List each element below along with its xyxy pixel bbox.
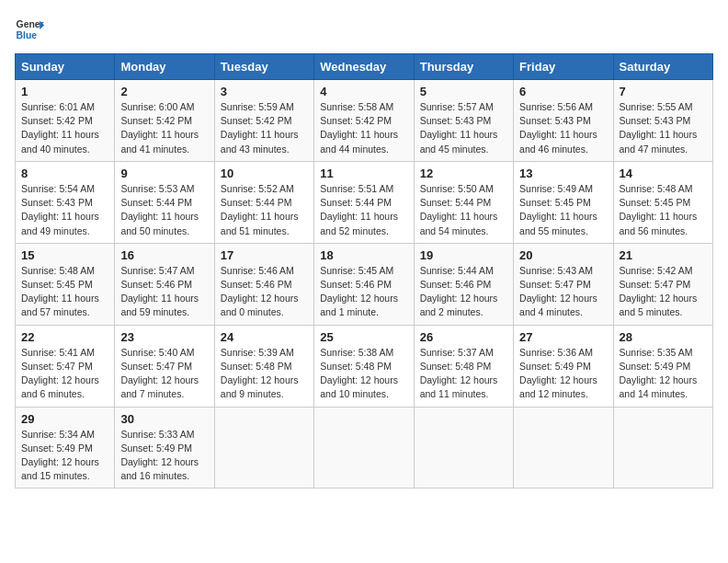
day-number: 22 xyxy=(21,330,108,344)
day-info: Sunrise: 5:50 AM Sunset: 5:44 PM Dayligh… xyxy=(420,182,507,238)
calendar-cell: 27Sunrise: 5:36 AM Sunset: 5:49 PM Dayli… xyxy=(514,325,613,407)
week-row-2: 8Sunrise: 5:54 AM Sunset: 5:43 PM Daylig… xyxy=(16,161,713,243)
day-number: 5 xyxy=(420,85,507,98)
day-info: Sunrise: 5:49 AM Sunset: 5:45 PM Dayligh… xyxy=(519,182,607,238)
page-header: General Blue xyxy=(15,15,713,44)
day-info: Sunrise: 6:00 AM Sunset: 5:42 PM Dayligh… xyxy=(120,100,208,156)
day-info: Sunrise: 5:37 AM Sunset: 5:48 PM Dayligh… xyxy=(420,346,507,402)
day-number: 29 xyxy=(21,412,108,426)
logo-icon: General Blue xyxy=(15,15,44,44)
calendar-cell: 25Sunrise: 5:38 AM Sunset: 5:48 PM Dayli… xyxy=(314,325,414,407)
week-row-1: 1Sunrise: 6:01 AM Sunset: 5:42 PM Daylig… xyxy=(16,80,713,162)
calendar-cell: 10Sunrise: 5:52 AM Sunset: 5:44 PM Dayli… xyxy=(214,161,313,243)
calendar-cell: 23Sunrise: 5:40 AM Sunset: 5:47 PM Dayli… xyxy=(115,325,214,407)
calendar-cell: 16Sunrise: 5:47 AM Sunset: 5:46 PM Dayli… xyxy=(115,243,214,325)
day-info: Sunrise: 5:48 AM Sunset: 5:45 PM Dayligh… xyxy=(620,182,707,238)
day-number: 8 xyxy=(21,167,108,180)
day-number: 23 xyxy=(120,330,208,344)
day-info: Sunrise: 5:46 AM Sunset: 5:46 PM Dayligh… xyxy=(221,264,308,320)
calendar-cell: 12Sunrise: 5:50 AM Sunset: 5:44 PM Dayli… xyxy=(414,161,513,243)
calendar-cell: 24Sunrise: 5:39 AM Sunset: 5:48 PM Dayli… xyxy=(214,325,313,407)
calendar-cell: 14Sunrise: 5:48 AM Sunset: 5:45 PM Dayli… xyxy=(613,161,712,243)
day-number: 10 xyxy=(221,167,308,180)
day-number: 15 xyxy=(21,248,108,262)
logo: General Blue xyxy=(15,15,50,44)
day-info: Sunrise: 5:42 AM Sunset: 5:47 PM Dayligh… xyxy=(620,264,707,320)
col-header-tuesday: Tuesday xyxy=(214,54,313,80)
calendar-cell: 20Sunrise: 5:43 AM Sunset: 5:47 PM Dayli… xyxy=(514,243,613,325)
calendar-cell: 29Sunrise: 5:34 AM Sunset: 5:49 PM Dayli… xyxy=(16,407,115,488)
calendar-cell: 11Sunrise: 5:51 AM Sunset: 5:44 PM Dayli… xyxy=(314,161,414,243)
day-info: Sunrise: 5:59 AM Sunset: 5:42 PM Dayligh… xyxy=(221,100,308,156)
calendar-cell: 2Sunrise: 6:00 AM Sunset: 5:42 PM Daylig… xyxy=(115,80,214,162)
day-number: 19 xyxy=(420,248,507,262)
day-info: Sunrise: 5:40 AM Sunset: 5:47 PM Dayligh… xyxy=(120,346,208,402)
day-info: Sunrise: 5:47 AM Sunset: 5:46 PM Dayligh… xyxy=(120,264,208,320)
day-info: Sunrise: 5:33 AM Sunset: 5:49 PM Dayligh… xyxy=(120,428,208,484)
col-header-saturday: Saturday xyxy=(613,54,712,80)
calendar-cell: 15Sunrise: 5:48 AM Sunset: 5:45 PM Dayli… xyxy=(16,243,115,325)
day-number: 1 xyxy=(21,85,108,98)
day-number: 6 xyxy=(519,85,607,98)
calendar-cell xyxy=(214,407,313,488)
calendar-table: SundayMondayTuesdayWednesdayThursdayFrid… xyxy=(15,53,713,488)
calendar-cell: 7Sunrise: 5:55 AM Sunset: 5:43 PM Daylig… xyxy=(613,80,712,162)
col-header-monday: Monday xyxy=(115,54,214,80)
calendar-cell xyxy=(613,407,712,488)
calendar-cell: 4Sunrise: 5:58 AM Sunset: 5:42 PM Daylig… xyxy=(314,80,414,162)
day-number: 2 xyxy=(120,85,208,98)
svg-text:Blue: Blue xyxy=(17,30,38,40)
day-info: Sunrise: 5:34 AM Sunset: 5:49 PM Dayligh… xyxy=(21,428,108,484)
day-info: Sunrise: 5:44 AM Sunset: 5:46 PM Dayligh… xyxy=(420,264,507,320)
day-number: 14 xyxy=(620,167,707,180)
calendar-cell: 6Sunrise: 5:56 AM Sunset: 5:43 PM Daylig… xyxy=(514,80,613,162)
day-number: 4 xyxy=(320,85,407,98)
day-info: Sunrise: 5:54 AM Sunset: 5:43 PM Dayligh… xyxy=(21,182,108,238)
day-info: Sunrise: 5:58 AM Sunset: 5:42 PM Dayligh… xyxy=(320,100,407,156)
week-row-5: 29Sunrise: 5:34 AM Sunset: 5:49 PM Dayli… xyxy=(16,407,713,488)
week-row-4: 22Sunrise: 5:41 AM Sunset: 5:47 PM Dayli… xyxy=(16,325,713,407)
calendar-cell: 9Sunrise: 5:53 AM Sunset: 5:44 PM Daylig… xyxy=(115,161,214,243)
day-info: Sunrise: 5:43 AM Sunset: 5:47 PM Dayligh… xyxy=(519,264,607,320)
calendar-cell xyxy=(314,407,414,488)
day-info: Sunrise: 5:53 AM Sunset: 5:44 PM Dayligh… xyxy=(120,182,208,238)
calendar-cell: 21Sunrise: 5:42 AM Sunset: 5:47 PM Dayli… xyxy=(613,243,712,325)
day-number: 13 xyxy=(519,167,607,180)
day-number: 28 xyxy=(620,330,707,344)
day-info: Sunrise: 5:38 AM Sunset: 5:48 PM Dayligh… xyxy=(320,346,407,402)
day-number: 7 xyxy=(620,85,707,98)
day-number: 24 xyxy=(221,330,308,344)
calendar-cell: 1Sunrise: 6:01 AM Sunset: 5:42 PM Daylig… xyxy=(16,80,115,162)
day-info: Sunrise: 5:51 AM Sunset: 5:44 PM Dayligh… xyxy=(320,182,407,238)
day-info: Sunrise: 5:35 AM Sunset: 5:49 PM Dayligh… xyxy=(620,346,707,402)
day-number: 3 xyxy=(221,85,308,98)
calendar-cell: 22Sunrise: 5:41 AM Sunset: 5:47 PM Dayli… xyxy=(16,325,115,407)
day-info: Sunrise: 5:48 AM Sunset: 5:45 PM Dayligh… xyxy=(21,264,108,320)
col-header-wednesday: Wednesday xyxy=(314,54,414,80)
day-number: 11 xyxy=(320,167,407,180)
day-info: Sunrise: 5:56 AM Sunset: 5:43 PM Dayligh… xyxy=(519,100,607,156)
day-info: Sunrise: 6:01 AM Sunset: 5:42 PM Dayligh… xyxy=(21,100,108,156)
day-number: 17 xyxy=(221,248,308,262)
day-info: Sunrise: 5:45 AM Sunset: 5:46 PM Dayligh… xyxy=(320,264,407,320)
day-number: 27 xyxy=(519,330,607,344)
day-number: 21 xyxy=(620,248,707,262)
calendar-cell: 8Sunrise: 5:54 AM Sunset: 5:43 PM Daylig… xyxy=(16,161,115,243)
calendar-cell xyxy=(514,407,613,488)
calendar-cell: 19Sunrise: 5:44 AM Sunset: 5:46 PM Dayli… xyxy=(414,243,513,325)
calendar-cell: 18Sunrise: 5:45 AM Sunset: 5:46 PM Dayli… xyxy=(314,243,414,325)
day-info: Sunrise: 5:57 AM Sunset: 5:43 PM Dayligh… xyxy=(420,100,507,156)
day-info: Sunrise: 5:41 AM Sunset: 5:47 PM Dayligh… xyxy=(21,346,108,402)
header-row: SundayMondayTuesdayWednesdayThursdayFrid… xyxy=(16,54,713,80)
day-number: 25 xyxy=(320,330,407,344)
calendar-cell: 13Sunrise: 5:49 AM Sunset: 5:45 PM Dayli… xyxy=(514,161,613,243)
day-info: Sunrise: 5:36 AM Sunset: 5:49 PM Dayligh… xyxy=(519,346,607,402)
day-info: Sunrise: 5:55 AM Sunset: 5:43 PM Dayligh… xyxy=(620,100,707,156)
calendar-cell: 26Sunrise: 5:37 AM Sunset: 5:48 PM Dayli… xyxy=(414,325,513,407)
calendar-cell: 30Sunrise: 5:33 AM Sunset: 5:49 PM Dayli… xyxy=(115,407,214,488)
calendar-cell: 17Sunrise: 5:46 AM Sunset: 5:46 PM Dayli… xyxy=(214,243,313,325)
calendar-cell: 5Sunrise: 5:57 AM Sunset: 5:43 PM Daylig… xyxy=(414,80,513,162)
day-number: 26 xyxy=(420,330,507,344)
calendar-cell: 28Sunrise: 5:35 AM Sunset: 5:49 PM Dayli… xyxy=(613,325,712,407)
col-header-sunday: Sunday xyxy=(16,54,115,80)
